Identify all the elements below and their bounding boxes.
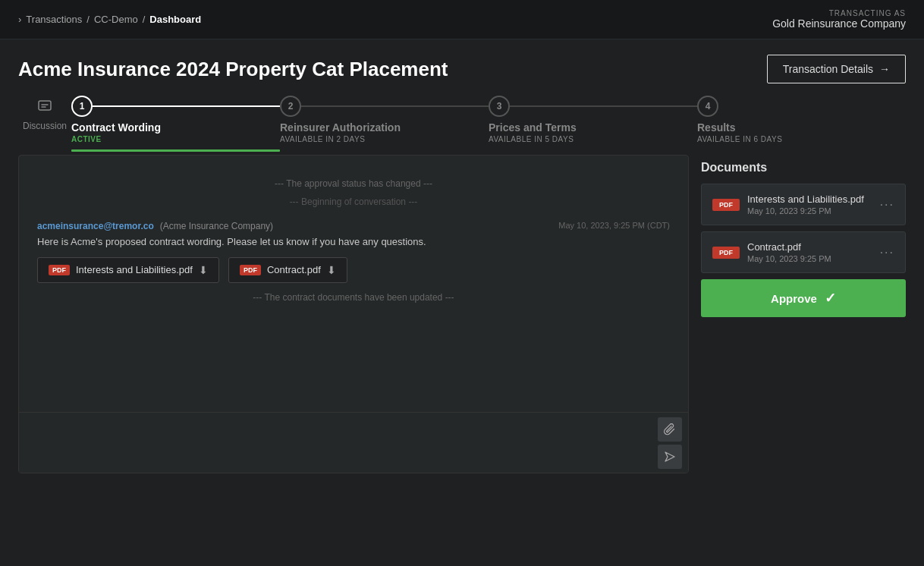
doc-1-date: May 10, 2023 9:25 PM	[747, 206, 872, 215]
step-4-name: Results	[697, 121, 906, 134]
step-2-name: Reinsurer Authorization	[280, 121, 489, 134]
sidebar: Documents PDF Interests and Liabilities.…	[701, 155, 906, 473]
pdf-badge-2: PDF	[240, 265, 261, 275]
message-sender-info: acmeinsurance@tremor.co (Acme Insurance …	[37, 219, 273, 231]
doc-item-contract[interactable]: PDF Contract.pdf May 10, 2023 9:25 PM ··…	[701, 231, 906, 273]
attachment-1-name: Interests and Liabilities.pdf	[76, 264, 193, 275]
doc-1-menu[interactable]: ···	[880, 198, 894, 212]
page-header: Acme Insurance 2024 Property Cat Placeme…	[0, 39, 924, 83]
status-changed-msg: --- The approval status has changed ---	[37, 178, 670, 189]
message-time: May 10, 2023, 9:25 PM (CDT)	[558, 221, 670, 230]
top-nav: › Transactions / CC-Demo / Dashboard TRA…	[0, 0, 924, 39]
breadcrumb-sep1: /	[86, 14, 90, 25]
step-3-circle: 3	[489, 96, 510, 117]
step-1-circle: 1	[71, 96, 93, 117]
transaction-details-label: Transaction Details	[783, 63, 873, 75]
step-prices-terms[interactable]: 3 Prices and Terms AVAILABLE IN 5 DAYS	[489, 96, 697, 143]
documents-header: Documents	[701, 161, 906, 175]
step-3-line	[510, 105, 697, 107]
doc-1-name: Interests and Liabilities.pdf	[747, 193, 872, 205]
step-3-name: Prices and Terms	[489, 121, 697, 134]
transacting-as-company: Gold Reinsurance Company	[772, 17, 906, 30]
step-results[interactable]: 4 Results AVAILABLE IN 6 DAYS	[697, 96, 906, 143]
discussion-icon	[37, 99, 52, 118]
step-4-circle: 4	[697, 96, 718, 117]
main-content: --- The approval status has changed --- …	[0, 155, 924, 473]
discussion-label: Discussion	[23, 121, 67, 131]
paperclip-icon	[664, 423, 676, 436]
breadcrumb: › Transactions / CC-Demo / Dashboard	[18, 14, 201, 25]
step-1-underline	[71, 149, 280, 152]
doc-item-interests[interactable]: PDF Interests and Liabilities.pdf May 10…	[701, 184, 906, 225]
breadcrumb-current: Dashboard	[149, 14, 201, 25]
step-1-name: Contract Wording	[71, 121, 280, 134]
download-icon-1: ⬇	[199, 264, 208, 276]
doc-2-info: Contract.pdf May 10, 2023 9:25 PM	[747, 241, 872, 263]
send-icon	[664, 451, 676, 463]
doc-2-menu[interactable]: ···	[880, 246, 894, 259]
message-meta: acmeinsurance@tremor.co (Acme Insurance …	[37, 219, 670, 231]
pdf-badge-1: PDF	[49, 265, 70, 275]
step-contract-wording[interactable]: 1 Contract Wording ACTIVE	[71, 96, 280, 152]
contract-updated-msg: --- The contract documents have been upd…	[37, 292, 670, 303]
breadcrumb-chevron: ›	[18, 14, 21, 25]
svg-rect-0	[39, 101, 51, 110]
arrow-icon: →	[879, 63, 890, 75]
step-2-circle: 2	[280, 96, 301, 117]
chat-input[interactable]	[19, 413, 688, 473]
message-text: Here is Acme's proposed contract wording…	[37, 234, 670, 250]
step-2-line	[301, 105, 489, 107]
transacting-as: TRANSACTING AS Gold Reinsurance Company	[772, 9, 906, 30]
doc-2-name: Contract.pdf	[747, 241, 872, 253]
attach-file-button[interactable]	[658, 417, 682, 442]
beginning-msg: --- Beginning of conversation ---	[37, 197, 670, 207]
step-2-status: AVAILABLE IN 2 DAYS	[280, 135, 489, 143]
breadcrumb-sep2: /	[143, 14, 146, 25]
check-icon: ✓	[825, 290, 836, 307]
attachment-contract-pdf[interactable]: PDF Contract.pdf ⬇	[228, 257, 347, 283]
step-4-status: AVAILABLE IN 6 DAYS	[697, 135, 906, 143]
step-discussion[interactable]: Discussion	[18, 96, 71, 131]
step-reinsurer-auth[interactable]: 2 Reinsurer Authorization AVAILABLE IN 2…	[280, 96, 489, 143]
approve-label: Approve	[771, 292, 817, 305]
chat-input-area	[19, 412, 688, 473]
breadcrumb-transactions[interactable]: Transactions	[26, 14, 82, 25]
chat-messages[interactable]: --- The approval status has changed --- …	[19, 156, 688, 412]
send-button[interactable]	[658, 445, 682, 469]
pdf-attachments: PDF Interests and Liabilities.pdf ⬇ PDF …	[37, 257, 670, 283]
doc-2-badge: PDF	[712, 247, 740, 259]
message-sender: acmeinsurance@tremor.co	[37, 221, 154, 231]
step-1-line	[93, 105, 280, 107]
doc-1-badge: PDF	[712, 199, 740, 211]
chat-area: --- The approval status has changed --- …	[18, 155, 689, 473]
page-title: Acme Insurance 2024 Property Cat Placeme…	[18, 58, 448, 81]
doc-2-date: May 10, 2023 9:25 PM	[747, 254, 872, 263]
message-block: acmeinsurance@tremor.co (Acme Insurance …	[37, 219, 670, 283]
attachment-2-name: Contract.pdf	[267, 264, 321, 275]
message-company: (Acme Insurance Company)	[160, 221, 273, 231]
approve-button[interactable]: Approve ✓	[701, 279, 906, 317]
step-3-status: AVAILABLE IN 5 DAYS	[489, 135, 697, 143]
download-icon-2: ⬇	[327, 264, 336, 276]
step-1-status: ACTIVE	[71, 135, 280, 143]
transacting-as-label: TRANSACTING AS	[772, 9, 906, 17]
chat-actions	[658, 417, 682, 469]
breadcrumb-cc-demo[interactable]: CC-Demo	[94, 14, 138, 25]
attachment-interests-pdf[interactable]: PDF Interests and Liabilities.pdf ⬇	[37, 257, 219, 283]
transaction-details-button[interactable]: Transaction Details →	[767, 55, 906, 83]
steps-bar: Discussion 1 Contract Wording ACTIVE 2 R…	[0, 83, 924, 152]
doc-1-info: Interests and Liabilities.pdf May 10, 20…	[747, 193, 872, 215]
